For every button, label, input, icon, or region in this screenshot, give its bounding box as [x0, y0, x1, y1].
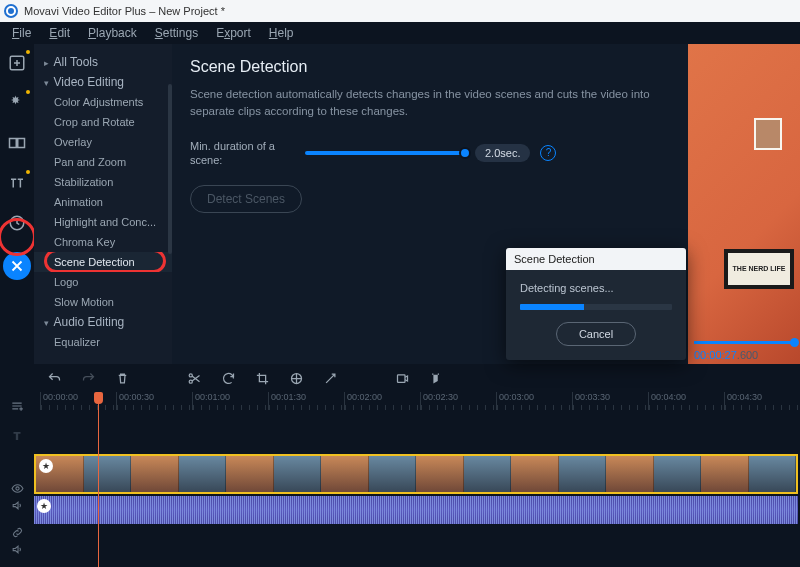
item-scene-detection[interactable]: Scene Detection: [34, 252, 172, 272]
preview-timecode: 00:00:27.600: [694, 349, 758, 361]
transitions-icon[interactable]: [6, 132, 28, 154]
eye-icon[interactable]: [11, 482, 24, 495]
item-crop-rotate[interactable]: Crop and Rotate: [34, 112, 172, 132]
video-track-clip[interactable]: ★: [34, 454, 798, 494]
tool-list-panel: All Tools Video Editing Color Adjustment…: [34, 44, 172, 364]
item-logo[interactable]: Logo: [34, 272, 172, 292]
link-icon[interactable]: [11, 526, 24, 539]
ruler-tick[interactable]: 00:02:00: [344, 392, 420, 410]
all-tools-header[interactable]: All Tools: [34, 52, 172, 72]
audio-track-controls: [0, 526, 34, 556]
wizard-icon[interactable]: [322, 370, 338, 386]
menu-help[interactable]: Help: [261, 23, 302, 43]
svg-rect-7: [397, 374, 405, 382]
cancel-button[interactable]: Cancel: [556, 322, 636, 346]
video-editing-header[interactable]: Video Editing: [34, 72, 172, 92]
volume-icon[interactable]: [11, 543, 24, 556]
volume-icon[interactable]: [11, 499, 24, 512]
tool-rail: [0, 44, 34, 364]
ruler-tick[interactable]: 00:01:30: [268, 392, 344, 410]
min-duration-value[interactable]: 2.0sec.: [475, 144, 530, 162]
timeline-ruler[interactable]: 00:00:00 00:00:30 00:01:00 00:01:30 00:0…: [34, 392, 800, 410]
svg-point-8: [15, 487, 18, 490]
titles-icon[interactable]: [6, 172, 28, 194]
add-media-icon[interactable]: [6, 52, 28, 74]
undo-icon[interactable]: [46, 370, 62, 386]
svg-rect-1: [10, 139, 17, 148]
item-highlight-conceal[interactable]: Highlight and Conc...: [34, 212, 172, 232]
clip-fx-icon[interactable]: ★: [37, 499, 51, 513]
panel-description: Scene detection automatically detects ch…: [190, 86, 670, 121]
preview-panel: THE NERD LIFE 00:00:27.600: [688, 44, 800, 364]
audio-track-clip[interactable]: ★: [34, 496, 798, 524]
ruler-tick[interactable]: 00:03:00: [496, 392, 572, 410]
delete-icon[interactable]: [114, 370, 130, 386]
ruler-tick[interactable]: 00:03:30: [572, 392, 648, 410]
item-pan-zoom[interactable]: Pan and Zoom: [34, 152, 172, 172]
empty-track[interactable]: [34, 410, 800, 454]
detect-scenes-button[interactable]: Detect Scenes: [190, 185, 302, 213]
filters-icon[interactable]: [6, 92, 28, 114]
ruler-tick[interactable]: 00:02:30: [420, 392, 496, 410]
item-chroma-key[interactable]: Chroma Key: [34, 232, 172, 252]
item-animation[interactable]: Animation: [34, 192, 172, 212]
min-duration-label: Min. duration of a scene:: [190, 139, 295, 168]
preview-sign-prop: THE NERD LIFE: [724, 249, 794, 289]
preview-progress[interactable]: [694, 341, 794, 344]
min-duration-slider[interactable]: [305, 151, 465, 155]
menu-edit[interactable]: Edit: [41, 23, 78, 43]
text-track-icon[interactable]: [9, 428, 25, 444]
item-color-adjustments[interactable]: Color Adjustments: [34, 92, 172, 112]
titlebar: Movavi Video Editor Plus – New Project *: [0, 0, 800, 22]
item-stabilization[interactable]: Stabilization: [34, 172, 172, 192]
slider-knob[interactable]: [459, 147, 471, 159]
audio-editing-header[interactable]: Audio Editing: [34, 312, 172, 332]
timeline: 00:00:00 00:00:30 00:01:00 00:01:30 00:0…: [0, 392, 800, 567]
video-track-controls: [0, 482, 34, 512]
preview-photo-prop: [754, 118, 782, 150]
help-icon[interactable]: ?: [540, 145, 556, 161]
dialog-message: Detecting scenes...: [520, 282, 672, 294]
menu-export[interactable]: Export: [208, 23, 259, 43]
dialog-progressbar: [520, 304, 672, 310]
ruler-tick[interactable]: 00:01:00: [192, 392, 268, 410]
dialog-title: Scene Detection: [506, 248, 686, 270]
crop-icon[interactable]: [254, 370, 270, 386]
more-tools-icon[interactable]: [3, 252, 31, 280]
timeline-toolbar: [0, 364, 800, 392]
menu-settings[interactable]: Settings: [147, 23, 206, 43]
playhead[interactable]: [98, 392, 99, 567]
stickers-icon[interactable]: [6, 212, 28, 234]
timeline-tracks[interactable]: 00:00:00 00:00:30 00:01:00 00:01:30 00:0…: [34, 392, 800, 567]
window-title: Movavi Video Editor Plus – New Project *: [24, 5, 225, 17]
ruler-tick[interactable]: 00:00:00: [40, 392, 116, 410]
ruler-tick[interactable]: 00:00:30: [116, 392, 192, 410]
color-icon[interactable]: [288, 370, 304, 386]
item-overlay[interactable]: Overlay: [34, 132, 172, 152]
menu-playback[interactable]: Playback: [80, 23, 145, 43]
ruler-tick[interactable]: 00:04:30: [724, 392, 800, 410]
add-track-icon[interactable]: [9, 398, 25, 414]
split-icon[interactable]: [186, 370, 202, 386]
scene-detection-dialog: Scene Detection Detecting scenes... Canc…: [506, 248, 686, 360]
panel-title: Scene Detection: [190, 58, 670, 76]
ruler-tick[interactable]: 00:04:00: [648, 392, 724, 410]
item-slow-motion[interactable]: Slow Motion: [34, 292, 172, 312]
app-logo: [4, 4, 18, 18]
svg-rect-2: [18, 139, 25, 148]
item-equalizer[interactable]: Equalizer: [34, 332, 172, 352]
clip-fx-icon[interactable]: ★: [39, 459, 53, 473]
preview-video: THE NERD LIFE: [688, 44, 800, 364]
marker-icon[interactable]: [428, 370, 444, 386]
redo-icon[interactable]: [80, 370, 96, 386]
menubar: File Edit Playback Settings Export Help: [0, 22, 800, 44]
record-icon[interactable]: [394, 370, 410, 386]
min-duration-row: Min. duration of a scene: 2.0sec. ?: [190, 139, 670, 168]
rotate-icon[interactable]: [220, 370, 236, 386]
menu-file[interactable]: File: [4, 23, 39, 43]
